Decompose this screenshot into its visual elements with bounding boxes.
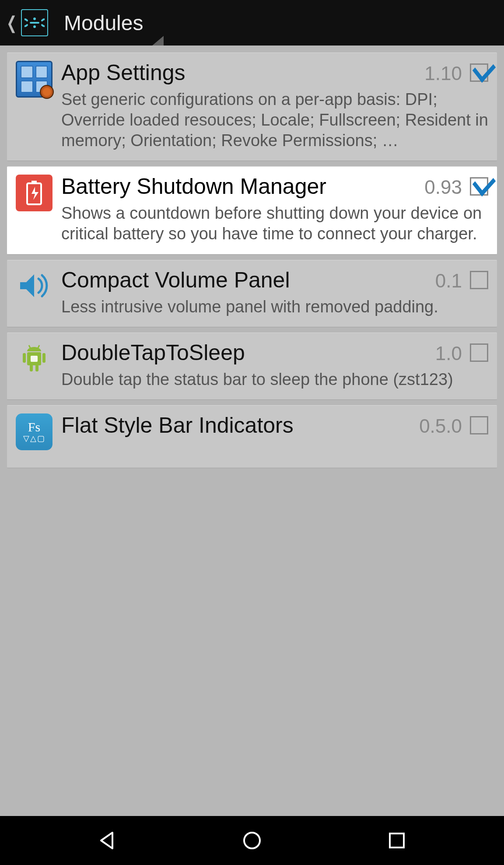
grid-gear-icon xyxy=(16,61,52,98)
module-row-flat-style[interactable]: Fs ▽△▢ Flat Style Bar Indicators 0.5.0 xyxy=(7,405,497,468)
action-bar: ❮ Modules xyxy=(0,0,504,46)
module-title: App Settings xyxy=(61,61,416,85)
module-icon xyxy=(16,268,52,305)
module-row-battery-shutdown[interactable]: Battery Shutdown Manager 0.93 Shows a co… xyxy=(7,166,497,254)
module-row-app-settings[interactable]: App Settings 1.10 Set generic configurat… xyxy=(7,53,497,161)
svg-line-9 xyxy=(29,345,31,349)
fs-icon: Fs ▽△▢ xyxy=(16,413,52,450)
module-row-compact-volume[interactable]: Compact Volume Panel 0.1 Less intrusive … xyxy=(7,260,497,327)
module-icon xyxy=(16,61,52,98)
nav-home-button[interactable] xyxy=(238,826,266,854)
volume-icon xyxy=(16,267,52,306)
svg-rect-5 xyxy=(23,353,26,363)
module-version: 0.5.0 xyxy=(419,413,462,437)
nav-back-button[interactable] xyxy=(93,826,121,854)
module-icon xyxy=(16,341,52,378)
back-button[interactable]: ❮ xyxy=(4,9,48,36)
battery-icon xyxy=(16,175,52,211)
svg-rect-11 xyxy=(31,356,38,362)
module-title: Battery Shutdown Manager xyxy=(61,175,416,199)
svg-line-10 xyxy=(38,345,39,349)
module-enable-checkbox[interactable] xyxy=(470,271,488,289)
module-description: Double tap the status bar to sleep the p… xyxy=(61,369,488,390)
module-enable-checkbox[interactable] xyxy=(470,416,488,434)
module-body: App Settings 1.10 Set generic configurat… xyxy=(61,61,488,151)
module-title: Flat Style Bar Indicators xyxy=(61,413,411,438)
svg-rect-7 xyxy=(30,364,33,371)
module-body: DoubleTapToSleep 1.0 Double tap the stat… xyxy=(61,341,488,390)
page-title[interactable]: Modules xyxy=(64,11,143,35)
module-icon xyxy=(16,175,52,211)
module-version: 1.0 xyxy=(435,341,462,364)
module-enable-checkbox[interactable] xyxy=(470,177,488,196)
xposed-app-icon xyxy=(21,9,48,36)
svg-rect-8 xyxy=(35,364,38,371)
svg-point-1 xyxy=(33,25,36,28)
module-row-doubletap[interactable]: DoubleTapToSleep 1.0 Double tap the stat… xyxy=(7,333,497,400)
module-version: 1.10 xyxy=(424,61,462,84)
modules-list: App Settings 1.10 Set generic configurat… xyxy=(0,46,504,816)
spinner-dropdown-icon[interactable] xyxy=(152,36,164,46)
module-enable-checkbox[interactable] xyxy=(470,343,488,362)
svg-rect-13 xyxy=(390,833,404,847)
module-body: Flat Style Bar Indicators 0.5.0 xyxy=(61,413,488,438)
module-version: 0.93 xyxy=(424,175,462,198)
chevron-left-icon: ❮ xyxy=(7,14,17,32)
nav-recent-button[interactable] xyxy=(383,826,411,854)
module-title: DoubleTapToSleep xyxy=(61,341,427,365)
module-icon: Fs ▽△▢ xyxy=(16,413,52,450)
module-description: Less intrusive volume panel with removed… xyxy=(61,297,488,317)
module-enable-checkbox[interactable] xyxy=(470,63,488,82)
module-body: Compact Volume Panel 0.1 Less intrusive … xyxy=(61,268,488,317)
module-version: 0.1 xyxy=(435,268,462,292)
module-title: Compact Volume Panel xyxy=(61,268,427,292)
svg-point-12 xyxy=(244,833,260,848)
navigation-bar xyxy=(0,816,504,865)
svg-rect-6 xyxy=(42,353,46,363)
svg-point-0 xyxy=(33,18,36,20)
module-body: Battery Shutdown Manager 0.93 Shows a co… xyxy=(61,175,488,244)
android-icon xyxy=(18,343,50,376)
module-description: Shows a countdown before shutting down y… xyxy=(61,203,488,244)
module-description: Set generic configurations on a per-app … xyxy=(61,89,488,151)
